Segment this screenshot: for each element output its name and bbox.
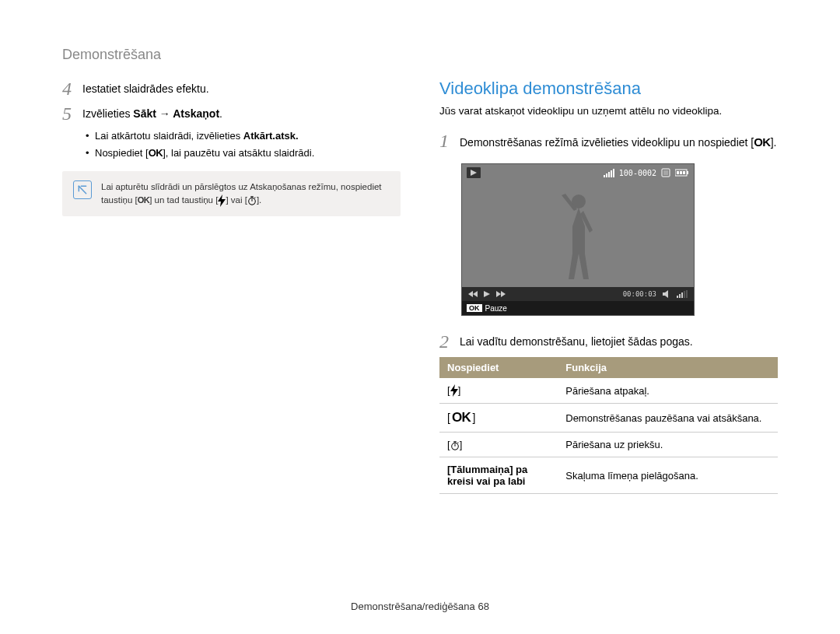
fn-volume: Skaļuma līmeņa pielāgošana. — [558, 457, 778, 494]
table-row: [OK] Demonstrēšanas pauzēšana vai atsākš… — [439, 404, 778, 433]
ok-badge: OK — [467, 304, 482, 312]
bullet-2: Nospiediet [OK], lai pauzētu vai atsāktu… — [86, 146, 401, 160]
th-press: Nospiediet — [439, 357, 558, 378]
step-number-4: 4 — [62, 79, 82, 99]
ok-icon: OK — [138, 195, 150, 205]
step-number-1: 1 — [439, 131, 460, 151]
note-p4: ]. — [257, 195, 261, 205]
step-5-post: . — [219, 107, 222, 120]
controls-table: Nospiediet Funkcija [] Pāriešana atpakaļ… — [439, 357, 778, 495]
svg-line-30 — [457, 443, 458, 443]
forward-icon — [496, 291, 506, 297]
ok-icon: OK — [452, 410, 471, 426]
key-flash: [] — [439, 378, 558, 404]
step-1-text: Demonstrēšanas režīmā izvēlieties videok… — [460, 131, 776, 151]
playback-indicator-icon — [467, 167, 481, 178]
svg-rect-15 — [687, 171, 688, 174]
key-zoom: [Tālummaiņa] pa kreisi vai pa labi — [439, 457, 558, 494]
step-4-text: Iestatiet slaidrādes efektu. — [82, 79, 209, 97]
timer-icon — [247, 196, 257, 205]
page-header: Demonstrēšana — [62, 47, 778, 63]
svg-marker-24 — [501, 291, 506, 297]
step-5-pre: Izvēlieties — [82, 107, 133, 120]
pause-label: Pauze — [485, 304, 507, 313]
svg-line-5 — [254, 198, 255, 198]
footer-text: Demonstrēšana/rediģēšana — [351, 601, 478, 612]
left-column: 4 Iestatiet slaidrādes efektu. 5 Izvēlie… — [62, 79, 401, 494]
page-footer: Demonstrēšana/rediģēšana 68 — [0, 601, 840, 612]
right-column: Videoklipa demonstrēšana Jūs varat atska… — [439, 79, 778, 494]
time-text: 00:00:03 — [623, 290, 656, 298]
video-thumbnail: 100-0002 — [461, 163, 695, 316]
flash-icon — [450, 384, 458, 397]
svg-marker-1 — [218, 194, 226, 207]
note-text: Lai apturētu slīdrādi un pārslēgtos uz A… — [101, 180, 390, 207]
timer-icon — [450, 441, 460, 450]
step-1-pre: Demonstrēšanas režīmā izvēlieties videok… — [460, 136, 754, 149]
key-zoom-label: [Tālummaiņa] pa kreisi vai pa labi — [447, 464, 527, 487]
svg-marker-25 — [663, 290, 668, 298]
bullet-2-post: ], lai pauzētu vai atsāktu slaidrādi. — [163, 147, 314, 159]
play-icon — [484, 291, 490, 297]
bullet-2-pre: Nospiediet [ — [95, 147, 149, 159]
th-function: Funkcija — [558, 357, 778, 378]
note-p2: ] un tad taustiņu [ — [149, 195, 218, 205]
flash-icon — [218, 194, 226, 207]
battery-icon — [675, 169, 689, 177]
key-timer: [] — [439, 433, 558, 457]
svg-rect-11 — [613, 169, 614, 177]
svg-line-0 — [79, 186, 86, 193]
svg-marker-6 — [471, 170, 477, 176]
key-ok: [OK] — [439, 404, 558, 433]
svg-rect-7 — [604, 175, 605, 177]
card-icon — [661, 168, 670, 177]
step-number-5: 5 — [62, 103, 82, 124]
bullet-1: Lai atkārtotu slaidrādi, izvēlieties Atk… — [86, 129, 401, 143]
silhouette-figure — [555, 187, 602, 281]
svg-marker-26 — [450, 384, 458, 397]
video-controls-bar: 00:00:03 — [462, 287, 694, 301]
svg-rect-17 — [680, 171, 682, 174]
note-p3: ] vai [ — [226, 195, 247, 205]
svg-rect-8 — [606, 173, 607, 177]
step-5-bold: Sākt → Atskaņot — [133, 107, 219, 120]
rewind-icon — [468, 291, 478, 297]
svg-marker-23 — [496, 291, 501, 297]
table-row: [] Pāriešana uz priekšu. — [439, 433, 778, 457]
note-icon — [73, 180, 92, 199]
page-number: 68 — [478, 601, 488, 612]
ok-icon: OK — [754, 135, 771, 149]
svg-marker-21 — [468, 291, 473, 297]
svg-rect-16 — [677, 171, 679, 174]
step-2-text: Lai vadītu demonstrēšanu, lietojiet šāda… — [460, 331, 693, 350]
table-row: [Tālummaiņa] pa kreisi vai pa labi Skaļu… — [439, 457, 778, 494]
svg-rect-13 — [663, 170, 668, 175]
fn-pause: Demonstrēšanas pauzēšana vai atsākšana. — [558, 404, 778, 433]
step-5-bullets: Lai atkārtotu slaidrādi, izvēlieties Atk… — [86, 129, 401, 160]
fn-back: Pāriešana atpakaļ. — [558, 378, 778, 404]
section-title: Videoklipa demonstrēšana — [439, 79, 778, 99]
svg-marker-20 — [473, 291, 478, 297]
intro-text: Jūs varat atskaņot videoklipu un uzņemt … — [439, 105, 778, 117]
svg-rect-10 — [611, 170, 612, 177]
svg-point-27 — [451, 443, 458, 450]
ok-icon: OK — [149, 147, 163, 159]
bullet-1-pre: Lai atkārtotu slaidrādi, izvēlieties — [95, 130, 243, 142]
video-caption-bar: OK Pauze — [462, 301, 694, 315]
video-status-bar: 100-0002 — [462, 164, 694, 181]
counter-text: 100-0002 — [619, 169, 656, 177]
speaker-icon — [663, 290, 670, 298]
signal-icon — [604, 168, 614, 177]
svg-marker-22 — [484, 291, 490, 297]
svg-rect-18 — [683, 171, 685, 174]
fn-forward: Pāriešana uz priekšu. — [558, 433, 778, 457]
step-1-post: ]. — [771, 136, 777, 149]
step-number-2: 2 — [439, 331, 460, 352]
volume-bars-icon — [677, 290, 688, 298]
step-5-text: Izvēlieties Sākt → Atskaņot. — [82, 103, 222, 122]
svg-rect-9 — [608, 172, 610, 177]
info-note: Lai apturētu slīdrādi un pārslēgtos uz A… — [62, 171, 401, 216]
bullet-1-bold: Atkārt.atsk. — [243, 130, 299, 142]
table-row: [] Pāriešana atpakaļ. — [439, 378, 778, 404]
